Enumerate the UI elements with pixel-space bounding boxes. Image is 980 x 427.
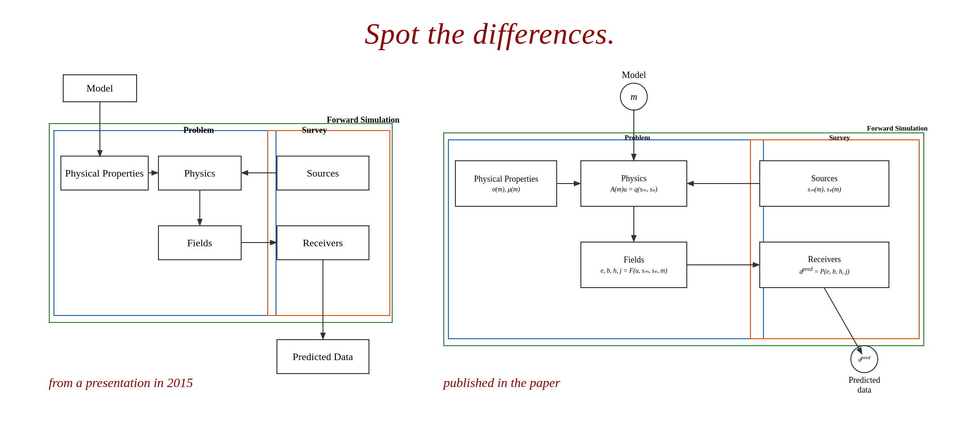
physics-label-left: Physics: [184, 167, 215, 179]
physical-properties-label-left: Physical Properties: [65, 167, 144, 179]
receivers-left: Receivers: [276, 225, 369, 260]
problem-label-right: Problem: [625, 134, 650, 142]
fields-label-left: Fields: [187, 237, 212, 249]
forward-simulation-label-right: Forward Simulation: [867, 125, 927, 132]
footer-right: published in the paper: [443, 375, 560, 390]
predicted-data-label-left: Predicted Data: [293, 351, 353, 363]
problem-label-left: Problem: [184, 125, 214, 135]
sources-right: Sources sₘ(m), sₑ(m): [759, 160, 889, 207]
pred-label-right: Predicteddata: [848, 375, 880, 395]
sources-left: Sources: [276, 156, 369, 191]
predicted-data-left: Predicted Data: [276, 339, 369, 374]
fields-label-right: Fields: [624, 255, 644, 265]
receivers-right: Receivers dpred = P(e, b, h, j): [759, 242, 889, 288]
physical-properties-right: Physical Properties σ(m), μ(m): [455, 160, 557, 207]
fields-right: Fields e, b, h, j = F(u, sₘ, sₑ, m): [580, 242, 687, 288]
sources-label-left: Sources: [307, 167, 339, 179]
physical-properties-formula-right: σ(m), μ(m): [492, 186, 520, 193]
model-area-right: Model m: [620, 70, 648, 111]
sources-formula-right: sₘ(m), sₑ(m): [808, 185, 841, 193]
physics-right: Physics A(m)u = q(sₘ, sₑ): [580, 160, 687, 207]
survey-label-left: Survey: [302, 125, 327, 135]
receivers-label-right: Receivers: [808, 255, 841, 264]
fields-formula-right: e, b, h, j = F(u, sₘ, sₑ, m): [601, 267, 667, 275]
model-circle-right: m: [620, 83, 648, 111]
model-label-right: Model: [622, 70, 646, 80]
receivers-formula-right: dpred = P(e, b, h, j): [800, 266, 849, 276]
physical-properties-label-right: Physical Properties: [474, 174, 538, 184]
model-label-left: Model: [86, 82, 113, 94]
predicted-data-area-right: dpred Predicteddata: [848, 345, 880, 395]
receivers-label-left: Receivers: [303, 237, 343, 249]
page-title: Spot the differences.: [0, 0, 980, 51]
sources-label-right: Sources: [811, 174, 838, 184]
physics-formula-right: A(m)u = q(sₘ, sₑ): [611, 185, 658, 193]
right-diagram: Model m Forward Simulation Problem Surve…: [443, 70, 931, 395]
fields-left: Fields: [158, 225, 242, 260]
footer-left: from a presentation in 2015: [49, 375, 193, 390]
physical-properties-left: Physical Properties: [60, 156, 149, 191]
pred-circle-right: dpred: [850, 345, 878, 373]
survey-label-right: Survey: [829, 134, 850, 142]
physics-left: Physics: [158, 156, 242, 191]
left-diagram: Model Forward Simulation Problem Survey …: [49, 70, 402, 395]
model-box-left: Model: [63, 74, 137, 102]
physics-label-right: Physics: [621, 174, 647, 184]
